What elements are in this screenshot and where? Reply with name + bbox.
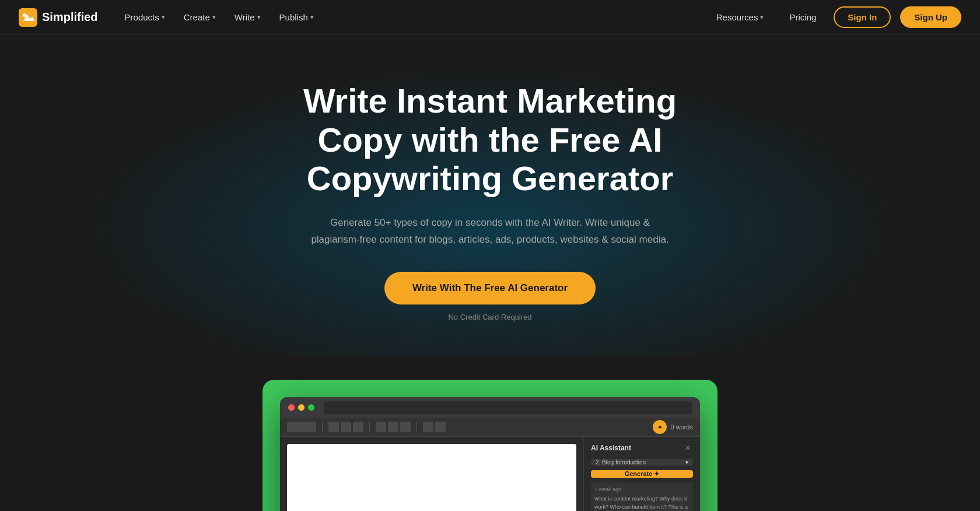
signup-button[interactable]: Sign Up	[900, 6, 961, 28]
nav-pricing[interactable]: Pricing	[781, 8, 824, 27]
toolbar-bold-btn[interactable]	[328, 422, 339, 432]
nav-resources[interactable]: Resources ▾	[708, 8, 772, 27]
svg-point-1	[23, 13, 26, 17]
logo-icon	[19, 8, 37, 27]
toolbar-align-center-btn[interactable]	[388, 422, 398, 432]
word-count-text: 0 words	[670, 424, 693, 430]
editor-toolbar: ✦ 0 words	[280, 418, 700, 437]
hero-subtitle: Generate 50+ types of copy in seconds wi…	[309, 215, 671, 249]
editor-body: AI Assistant ✕ 2. Blog Introduction ▾ Ge…	[280, 437, 700, 511]
ai-type-dropdown[interactable]: 2. Blog Introduction ▾	[591, 459, 693, 466]
toolbar-align-left-btn[interactable]	[376, 422, 386, 432]
browser-dot-green	[308, 404, 314, 411]
toolbar-word-count: ✦ 0 words	[653, 420, 693, 434]
toolbar-extra-group	[423, 422, 446, 432]
editor-main-area[interactable]	[287, 444, 576, 511]
chevron-down-icon: ▾	[310, 13, 314, 21]
chevron-down-icon: ▾	[257, 13, 261, 21]
ai-generate-button[interactable]: Generate ✦	[591, 470, 693, 478]
toolbar-link-btn[interactable]	[423, 422, 433, 432]
browser-dot-yellow	[298, 404, 304, 411]
toolbar-italic-btn[interactable]	[341, 422, 351, 432]
nav-write[interactable]: Write ▾	[226, 8, 269, 27]
ai-message-1: 1 week ago What is content marketing? Wh…	[591, 482, 693, 511]
toolbar-align-group	[376, 422, 411, 432]
chevron-down-icon: ▾	[212, 13, 216, 21]
signin-button[interactable]: Sign In	[834, 6, 891, 28]
preview-wrapper: ✦ 0 words AI Assistant ✕ 2. Blog Introdu…	[262, 380, 718, 511]
preview-section: ✦ 0 words AI Assistant ✕ 2. Blog Introdu…	[0, 356, 980, 511]
nav-products[interactable]: Products ▾	[117, 8, 173, 27]
hero-note: No Credit Card Required	[448, 313, 531, 321]
browser-bar	[280, 397, 700, 418]
ai-panel-title: AI Assistant	[591, 444, 631, 452]
hero-section: Write Instant Marketing Copy with the Fr…	[0, 35, 980, 356]
browser-url-bar	[324, 401, 692, 414]
nav-create[interactable]: Create ▾	[176, 8, 224, 27]
toolbar-separator-3	[416, 422, 417, 432]
toolbar-separator	[322, 422, 323, 432]
ai-panel: AI Assistant ✕ 2. Blog Introduction ▾ Ge…	[583, 437, 700, 511]
toolbar-image-btn[interactable]	[435, 422, 446, 432]
navbar: Simplified Products ▾ Create ▾ Write ▾ P…	[0, 0, 980, 35]
nav-publish[interactable]: Publish ▾	[271, 8, 322, 27]
chevron-down-icon: ▾	[760, 13, 764, 21]
ai-panel-close-button[interactable]: ✕	[685, 444, 693, 452]
navbar-links: Products ▾ Create ▾ Write ▾ Publish ▾	[117, 8, 708, 27]
toolbar-align-right-btn[interactable]	[400, 422, 411, 432]
chevron-down-icon: ▾	[162, 13, 165, 21]
browser-dot-red	[288, 404, 295, 411]
chevron-down-icon: ▾	[685, 459, 688, 466]
cta-button[interactable]: Write With The Free AI Generator	[384, 272, 596, 304]
toolbar-separator-2	[369, 422, 370, 432]
toolbar-style-dropdown[interactable]	[287, 422, 316, 432]
logo-link[interactable]: Simplified	[19, 8, 98, 27]
navbar-right: Resources ▾ Pricing Sign In Sign Up	[708, 6, 961, 28]
browser-window: ✦ 0 words AI Assistant ✕ 2. Blog Introdu…	[280, 397, 700, 511]
ai-message-text: What is content marketing? Why does it w…	[594, 495, 690, 511]
toolbar-format-group	[328, 422, 363, 432]
ai-panel-header: AI Assistant ✕	[591, 444, 693, 452]
brand-name: Simplified	[42, 10, 98, 24]
ai-message-timestamp: 1 week ago	[594, 486, 690, 494]
hero-title: Write Instant Marketing Copy with the Fr…	[286, 82, 694, 198]
word-count-icon: ✦	[653, 420, 667, 434]
toolbar-underline-btn[interactable]	[353, 422, 363, 432]
